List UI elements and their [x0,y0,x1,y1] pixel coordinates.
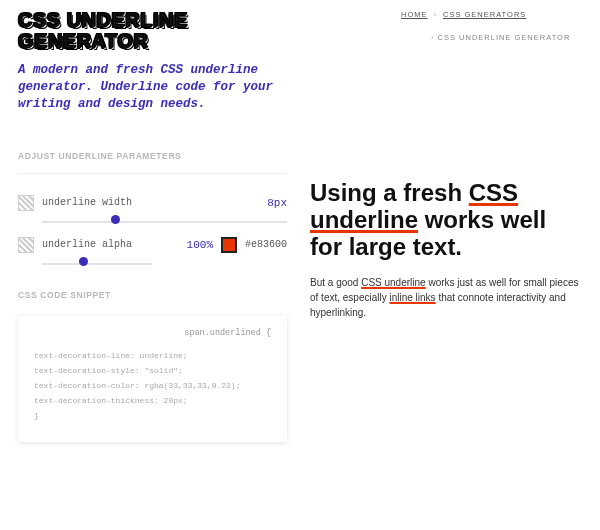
alpha-label: underline alpha [42,239,179,250]
demo-heading: Using a fresh CSS underline works well f… [310,180,580,261]
code-close: } [34,408,271,423]
width-value: 8px [267,197,287,209]
demo-underlined-link[interactable]: inline links [389,292,435,303]
alpha-value: 100% [187,239,213,251]
color-swatch[interactable] [221,237,237,253]
alpha-slider[interactable] [42,260,152,268]
section-header-snippet: CSS CODE SNIPPET [18,290,287,300]
page-title: CSS UNDERLINE GENERATOR [18,10,287,52]
breadcrumb-current: CSS UNDERLINE GENERATOR [438,33,571,42]
section-header-params: ADJUST UNDERLINE PARAMETERS [18,151,287,161]
breadcrumb-home[interactable]: HOME [401,10,428,19]
breadcrumb-sep: › [434,10,438,19]
code-selector: span.underlined { [34,328,271,338]
breadcrumb-parent[interactable]: CSS GENERATORS [443,10,526,19]
width-slider[interactable] [42,218,287,226]
demo-paragraph: But a good CSS underline works just as w… [310,275,580,320]
code-snippet-card: span.underlined { text-decoration-line: … [18,316,287,442]
width-icon [18,195,34,211]
width-label: underline width [42,197,259,208]
code-line: text-decoration-line: underline; [34,348,271,363]
breadcrumb: HOME › CSS GENERATORS › CSS UNDERLINE GE… [305,10,600,42]
color-hex: #e83600 [245,239,287,250]
page-subtitle: A modern and fresh CSS underline generat… [18,62,287,113]
code-line: text-decoration-thickness: 20px; [34,393,271,408]
code-line: text-decoration-style: "solid"; [34,363,271,378]
code-line: text-decoration-color: rgba(33,33,33,0.2… [34,378,271,393]
demo-underlined-small: CSS underline [361,277,425,288]
breadcrumb-sep: › [431,33,435,42]
alpha-icon [18,237,34,253]
